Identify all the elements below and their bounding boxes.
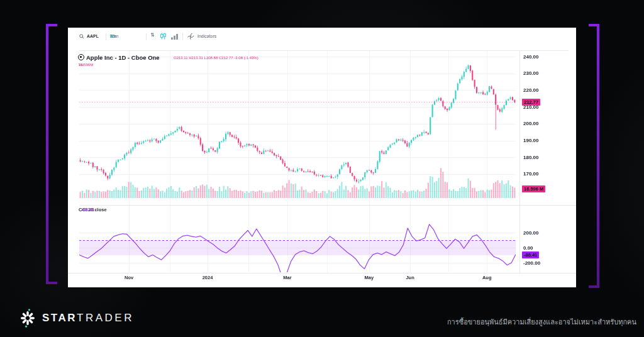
right-bracket-decoration [589, 285, 599, 288]
price-axis-label: 190.00 [523, 138, 538, 143]
ohlc-values: O213.11 H213.31 L208.88 C212.77 -3.08 (-… [174, 56, 258, 60]
chart-panel: AAPL 1m30m1hD ⇅ Indicators Apple Inc - 1… [68, 28, 576, 287]
background-glow [585, 50, 644, 314]
time-axis-label: Jun [401, 275, 419, 280]
time-axis-label: Nov [119, 275, 138, 280]
left-bracket-decoration [46, 282, 57, 284]
cci-axis-label: 200.00 [523, 230, 538, 236]
price-axis-label: 230.00 [523, 70, 538, 76]
price-axis-label: 240.00 [523, 54, 538, 60]
promo-banner: { "frame": { "accent_purple": "#8a1fe8" … [0, 0, 644, 337]
cci-badge: -88.41 [522, 251, 539, 258]
time-axis-label: 2024 [198, 275, 217, 280]
last-price-badge: 212.77 [522, 99, 540, 106]
risk-disclaimer: การซื้อขายอนุพันธ์มีความเสี่ยงสูงและอาจไ… [447, 316, 636, 328]
brand-name: STARTRADER [42, 312, 134, 324]
instrument-logo-icon [78, 54, 84, 60]
price-axis-label: 220.00 [523, 87, 538, 93]
price-axis-label: 180.00 [523, 155, 538, 160]
compare-arrows-icon[interactable]: ⇅ [150, 32, 155, 38]
price-axis-label: 200.00 [523, 121, 538, 126]
left-bracket-decoration [46, 24, 48, 284]
volume-value: 16.596M [79, 63, 93, 67]
time-axis-label: Mar [278, 275, 297, 280]
right-bracket-decoration [597, 24, 599, 288]
symbol-button[interactable]: AAPL [87, 33, 99, 40]
toolbar-divider [146, 33, 147, 40]
time-axis-label: May [360, 275, 379, 280]
cci-axis-label: 0.00 [523, 245, 533, 251]
chart-canvas[interactable] [68, 28, 576, 287]
indicators-button[interactable]: Indicators [197, 33, 216, 40]
left-bracket-decoration [46, 24, 57, 26]
instrument-title[interactable]: Apple Inc - 1D - Cboe One [86, 54, 160, 61]
timeframe-button-d[interactable]: D [110, 33, 113, 40]
cci-value: -88.41 [81, 207, 94, 213]
right-bracket-decoration [589, 24, 599, 26]
volume-badge: 16.596 M [522, 185, 545, 192]
price-axis-label: 170.00 [523, 171, 538, 177]
toolbar-divider [182, 33, 183, 40]
cci-axis-label: -200.00 [523, 260, 540, 266]
startrader-logo-icon [19, 309, 36, 328]
brand-lockup: STARTRADER [19, 308, 134, 328]
toolbar-divider [106, 33, 106, 40]
time-axis-label: Aug [477, 275, 496, 280]
